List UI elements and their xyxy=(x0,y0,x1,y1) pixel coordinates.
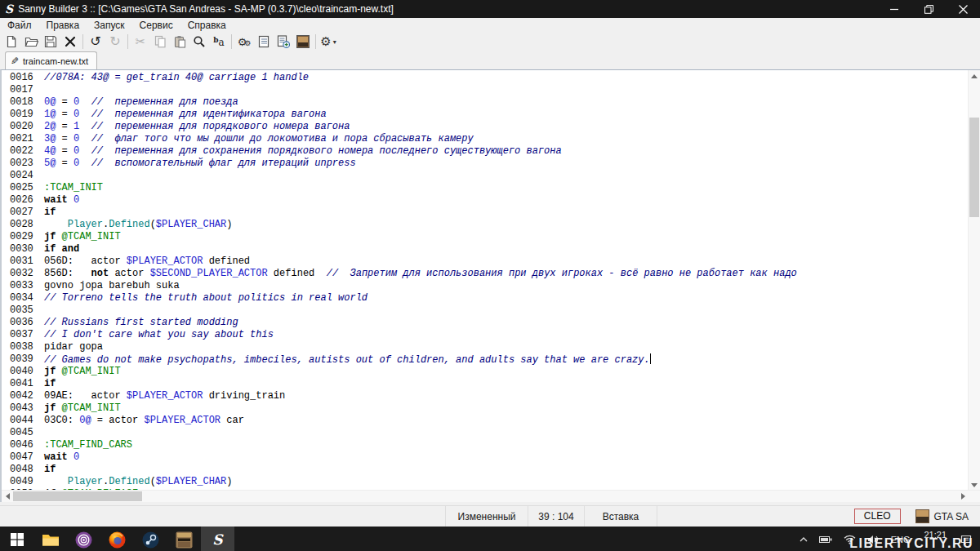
line-number: 0030 xyxy=(2,243,44,256)
code-line[interactable]: 0031056D: actor $PLAYER_ACTOR defined xyxy=(2,256,980,268)
code-line[interactable]: 0032856D: not actor $SECOND_PLAYER_ACTOR… xyxy=(2,268,980,280)
copy-button[interactable] xyxy=(150,33,170,51)
code-line[interactable]: 0017 xyxy=(2,84,980,96)
code-text: wait 0 xyxy=(44,194,79,207)
code-text: 856D: not actor $SECOND_PLAYER_ACTOR def… xyxy=(44,268,797,280)
code-line[interactable]: 0040jf @TCAM_INIT xyxy=(2,366,980,378)
undo-button[interactable]: ↺ xyxy=(86,33,105,51)
code-line[interactable]: 0035 xyxy=(2,304,980,317)
tray-clock[interactable]: 21:21 xyxy=(924,530,947,549)
show-opcode-button[interactable] xyxy=(254,33,274,51)
menu-item-5[interactable]: Справка xyxy=(180,18,234,32)
code-line[interactable]: 00180@ = 0 // переменная для поезда xyxy=(2,96,980,109)
status-cursor-position: 39 : 104 xyxy=(528,506,584,527)
run-game-button[interactable] xyxy=(293,33,313,51)
code-line[interactable]: 00191@ = 0 // переменная для идентификат… xyxy=(2,109,980,121)
scroll-up-button[interactable] xyxy=(969,70,980,82)
vertical-scrollbar[interactable] xyxy=(968,70,980,491)
code-line[interactable]: 0047wait 0 xyxy=(2,451,980,464)
code-line[interactable]: 0024 xyxy=(2,170,980,182)
code-line[interactable]: 0034// Torreno tells the truth about pol… xyxy=(2,292,980,304)
taskbar-tor-browser[interactable] xyxy=(67,527,100,551)
status-cleo-badge[interactable]: CLEO xyxy=(854,509,901,524)
code-editor[interactable]: 0016//078A: 43@ = get_train 40@ carriage… xyxy=(2,70,980,490)
cut-icon: ✂ xyxy=(136,36,146,48)
close-button[interactable] xyxy=(946,0,980,18)
status-game-mode[interactable]: GTA SA xyxy=(915,509,969,523)
code-line[interactable]: 0049 Player.Defined($PLAYER_CHAR) xyxy=(2,476,980,488)
taskbar-firefox[interactable] xyxy=(100,527,134,551)
code-line[interactable]: 0026wait 0 xyxy=(2,194,980,207)
code-line[interactable]: 0038pidar gopa xyxy=(2,341,980,353)
scroll-right-button[interactable] xyxy=(957,491,969,502)
tray-chevron-up-icon[interactable] xyxy=(800,537,808,542)
open-file-button[interactable] xyxy=(21,33,41,51)
code-line[interactable]: 0036// Russians first started modding xyxy=(2,317,980,329)
tor-icon xyxy=(75,531,92,549)
document-icon xyxy=(258,35,270,48)
paste-icon xyxy=(174,35,186,48)
menu-item-2[interactable]: Правка xyxy=(39,18,87,32)
taskbar-sanny-builder[interactable]: S xyxy=(201,527,234,551)
save-button[interactable] xyxy=(41,33,60,51)
code-line[interactable]: 0030if and xyxy=(2,243,980,256)
scroll-left-button[interactable] xyxy=(2,491,13,502)
code-line[interactable]: 0025:TCAM_INIT xyxy=(2,182,980,194)
code-line[interactable]: 0016//078A: 43@ = get_train 40@ carriage… xyxy=(2,72,980,84)
line-number: 0031 xyxy=(2,256,44,268)
toolbar: ↺↻✂ba⚙⚙⚙▾ xyxy=(0,32,980,51)
start-button[interactable] xyxy=(0,527,33,551)
code-line[interactable]: 0043jf @TCAM_INIT xyxy=(2,402,980,415)
compile-button[interactable]: ⚙⚙ xyxy=(234,33,254,51)
code-line[interactable]: 0046:TCAM_FIND_CARS xyxy=(2,439,980,451)
code-line[interactable]: 004403C0: 0@ = actor $PLAYER_ACTOR car xyxy=(2,415,980,427)
windows-icon xyxy=(11,533,24,546)
volume-icon[interactable] xyxy=(867,535,880,544)
paste-button[interactable] xyxy=(170,33,189,51)
code-line[interactable]: 0045 xyxy=(2,427,980,439)
code-line[interactable]: 0027if xyxy=(2,207,980,219)
restore-button[interactable] xyxy=(911,0,946,18)
line-number: 0034 xyxy=(2,292,44,304)
battery-icon[interactable] xyxy=(819,535,832,544)
code-line[interactable]: 00224@ = 0 // переменная для сохранения … xyxy=(2,145,980,158)
code-line[interactable]: 0028 Player.Defined($PLAYER_CHAR) xyxy=(2,219,980,231)
line-number: 0035 xyxy=(2,304,44,317)
code-line[interactable]: 0048if xyxy=(2,464,980,476)
windows-taskbar: S ENG 21:21 LIBERTYCITY.RU xyxy=(0,527,980,551)
scroll-down-button[interactable] xyxy=(969,479,980,491)
minimize-button[interactable] xyxy=(877,0,911,18)
new-file-button[interactable] xyxy=(2,33,21,51)
menu-item-1[interactable]: Файл xyxy=(0,18,39,32)
code-line[interactable]: 0029jf @TCAM_INIT xyxy=(2,231,980,243)
close-file-button[interactable] xyxy=(60,33,80,51)
find-button[interactable] xyxy=(189,33,209,51)
line-number: 0040 xyxy=(2,366,44,378)
code-line[interactable]: 0039// Games do not make psychopaths, im… xyxy=(2,353,980,366)
code-line[interactable]: 0033govno jopa barebuh suka xyxy=(2,280,980,292)
taskbar-explorer[interactable] xyxy=(33,527,67,551)
taskbar-gta-sa[interactable] xyxy=(167,527,201,551)
code-line[interactable]: 00235@ = 0 // вспомогательный флаг для и… xyxy=(2,158,980,170)
redo-button[interactable]: ↻ xyxy=(105,33,125,51)
horizontal-scrollbar[interactable] xyxy=(2,490,980,502)
code-line[interactable]: 0037// I don't care what you say about t… xyxy=(2,329,980,341)
menu-item-4[interactable]: Сервис xyxy=(132,18,180,32)
taskbar-steam[interactable] xyxy=(134,527,167,551)
close-icon xyxy=(959,5,968,14)
code-line[interactable]: 00202@ = 1 // переменная для порядкового… xyxy=(2,121,980,133)
code-line[interactable]: 00213@ = 0 // флаг того что мы дошли до … xyxy=(2,133,980,145)
language-indicator[interactable]: ENG xyxy=(891,535,911,544)
tab-traincam-new[interactable]: ✎ traincam-new.txt xyxy=(5,51,97,69)
code-line[interactable]: 0041if xyxy=(2,378,980,390)
wifi-icon[interactable] xyxy=(844,535,856,544)
compile-add-button[interactable] xyxy=(274,33,293,51)
vertical-scroll-thumb[interactable] xyxy=(969,118,979,217)
cut-button[interactable]: ✂ xyxy=(131,33,150,51)
horizontal-scroll-thumb[interactable] xyxy=(13,491,142,501)
replace-button[interactable]: ba xyxy=(209,33,229,51)
code-line[interactable]: 004209AE: actor $PLAYER_ACTOR driving_tr… xyxy=(2,390,980,402)
notification-center-icon[interactable] xyxy=(960,535,972,545)
menu-item-3[interactable]: Запуск xyxy=(87,18,132,32)
settings-button[interactable]: ⚙▾ xyxy=(318,33,338,51)
